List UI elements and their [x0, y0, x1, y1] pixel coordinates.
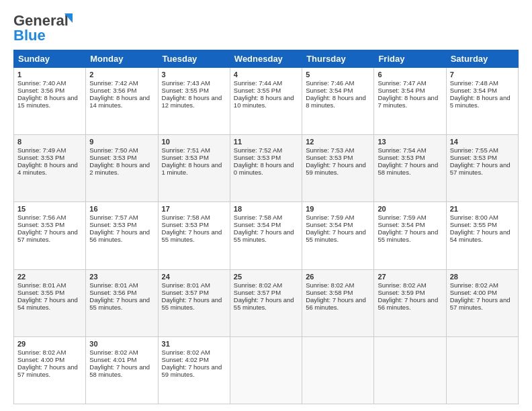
- sunset-text: Sunset: 3:53 PM: [89, 154, 136, 161]
- day-cell-14: 14Sunrise: 7:55 AMSunset: 3:53 PMDayligh…: [446, 135, 518, 202]
- day-number: 16: [89, 205, 154, 213]
- day-number: 6: [378, 71, 442, 79]
- calendar-table: SundayMondayTuesdayWednesdayThursdayFrid…: [13, 50, 519, 404]
- svg-text:Blue: Blue: [13, 27, 46, 43]
- sunset-text: Sunset: 3:54 PM: [234, 221, 281, 228]
- empty-cell: [446, 336, 518, 404]
- daylight-text: Daylight: 8 hours and 15 minutes.: [17, 94, 78, 109]
- sunset-text: Sunset: 3:54 PM: [306, 87, 353, 94]
- sunset-text: Sunset: 3:55 PM: [234, 87, 281, 94]
- sunrise-text: Sunrise: 8:02 AM: [450, 281, 498, 289]
- sunrise-text: Sunrise: 8:02 AM: [234, 281, 282, 289]
- sunset-text: Sunset: 3:53 PM: [162, 154, 209, 161]
- week-row-1: 1Sunrise: 7:40 AMSunset: 3:56 PMDaylight…: [14, 68, 519, 135]
- daylight-text: Daylight: 7 hours and 58 minutes.: [378, 161, 438, 176]
- daylight-text: Daylight: 8 hours and 1 minute.: [162, 161, 222, 176]
- day-number: 14: [450, 138, 515, 146]
- day-cell-6: 6Sunrise: 7:47 AMSunset: 3:54 PMDaylight…: [374, 68, 446, 135]
- daylight-text: Daylight: 8 hours and 14 minutes.: [89, 94, 150, 109]
- day-number: 31: [162, 340, 226, 348]
- sunset-text: Sunset: 3:58 PM: [306, 289, 353, 296]
- sunset-text: Sunset: 3:57 PM: [234, 289, 281, 296]
- daylight-text: Daylight: 8 hours and 7 minutes.: [378, 94, 438, 109]
- daylight-text: Daylight: 7 hours and 55 minutes.: [162, 296, 222, 311]
- daylight-text: Daylight: 7 hours and 59 minutes.: [306, 161, 366, 176]
- sunset-text: Sunset: 4:00 PM: [17, 356, 64, 363]
- day-cell-13: 13Sunrise: 7:54 AMSunset: 3:53 PMDayligh…: [374, 135, 446, 202]
- daylight-text: Daylight: 7 hours and 55 minutes.: [378, 228, 438, 243]
- sunrise-text: Sunrise: 7:53 AM: [306, 146, 354, 154]
- day-number: 25: [234, 273, 298, 281]
- day-cell-2: 2Sunrise: 7:42 AMSunset: 3:56 PMDaylight…: [86, 68, 158, 135]
- sunset-text: Sunset: 3:53 PM: [17, 154, 64, 161]
- daylight-text: Daylight: 7 hours and 57 minutes.: [17, 228, 78, 243]
- daylight-text: Daylight: 8 hours and 0 minutes.: [234, 161, 294, 176]
- sunset-text: Sunset: 3:56 PM: [17, 87, 64, 94]
- day-cell-21: 21Sunrise: 8:00 AMSunset: 3:55 PMDayligh…: [446, 202, 518, 269]
- day-number: 3: [162, 71, 226, 79]
- day-cell-16: 16Sunrise: 7:57 AMSunset: 3:53 PMDayligh…: [86, 202, 158, 269]
- day-number: 23: [89, 273, 154, 281]
- weekday-header-friday: Friday: [374, 50, 446, 68]
- sunrise-text: Sunrise: 7:42 AM: [89, 79, 138, 87]
- day-number: 28: [450, 273, 515, 281]
- sunset-text: Sunset: 3:56 PM: [89, 289, 136, 296]
- sunset-text: Sunset: 4:01 PM: [89, 356, 136, 363]
- sunset-text: Sunset: 3:53 PM: [306, 154, 353, 161]
- daylight-text: Daylight: 7 hours and 55 minutes.: [162, 228, 222, 243]
- day-number: 29: [17, 340, 82, 348]
- sunset-text: Sunset: 3:55 PM: [17, 289, 64, 296]
- sunrise-text: Sunrise: 8:01 AM: [89, 281, 138, 289]
- day-number: 4: [234, 71, 298, 79]
- sunset-text: Sunset: 3:53 PM: [89, 221, 136, 228]
- page: GeneralBlue SundayMondayTuesdayWednesday…: [0, 0, 532, 411]
- week-row-5: 29Sunrise: 8:02 AMSunset: 4:00 PMDayligh…: [14, 336, 519, 404]
- sunset-text: Sunset: 3:59 PM: [378, 289, 425, 296]
- day-cell-20: 20Sunrise: 7:59 AMSunset: 3:54 PMDayligh…: [374, 202, 446, 269]
- sunrise-text: Sunrise: 7:47 AM: [378, 79, 426, 87]
- weekday-header-thursday: Thursday: [302, 50, 374, 68]
- weekday-header-saturday: Saturday: [446, 50, 518, 68]
- sunset-text: Sunset: 3:55 PM: [162, 87, 209, 94]
- sunrise-text: Sunrise: 8:02 AM: [306, 281, 354, 289]
- daylight-text: Daylight: 8 hours and 10 minutes.: [234, 94, 294, 109]
- day-cell-1: 1Sunrise: 7:40 AMSunset: 3:56 PMDaylight…: [14, 68, 86, 135]
- sunrise-text: Sunrise: 8:02 AM: [378, 281, 426, 289]
- empty-cell: [230, 336, 302, 404]
- sunset-text: Sunset: 3:53 PM: [234, 154, 281, 161]
- day-cell-30: 30Sunrise: 8:02 AMSunset: 4:01 PMDayligh…: [86, 336, 158, 404]
- day-cell-29: 29Sunrise: 8:02 AMSunset: 4:00 PMDayligh…: [14, 336, 86, 404]
- week-row-2: 8Sunrise: 7:49 AMSunset: 3:53 PMDaylight…: [14, 135, 519, 202]
- daylight-text: Daylight: 7 hours and 55 minutes.: [234, 228, 294, 243]
- day-cell-7: 7Sunrise: 7:48 AMSunset: 3:54 PMDaylight…: [446, 68, 518, 135]
- daylight-text: Daylight: 7 hours and 55 minutes.: [234, 296, 294, 311]
- day-cell-22: 22Sunrise: 8:01 AMSunset: 3:55 PMDayligh…: [14, 269, 86, 336]
- day-number: 17: [162, 205, 226, 213]
- sunrise-text: Sunrise: 7:59 AM: [378, 214, 426, 221]
- day-number: 19: [306, 205, 370, 213]
- sunrise-text: Sunrise: 7:52 AM: [234, 146, 282, 154]
- day-cell-12: 12Sunrise: 7:53 AMSunset: 3:53 PMDayligh…: [302, 135, 374, 202]
- day-number: 26: [306, 273, 370, 281]
- daylight-text: Daylight: 8 hours and 2 minutes.: [89, 161, 150, 176]
- day-cell-31: 31Sunrise: 8:02 AMSunset: 4:02 PMDayligh…: [158, 336, 230, 404]
- sunrise-text: Sunrise: 8:02 AM: [162, 349, 210, 356]
- weekday-header-tuesday: Tuesday: [158, 50, 230, 68]
- sunset-text: Sunset: 3:53 PM: [17, 221, 64, 228]
- day-number: 1: [17, 71, 82, 79]
- sunrise-text: Sunrise: 8:00 AM: [450, 214, 498, 221]
- sunrise-text: Sunrise: 8:02 AM: [17, 349, 66, 356]
- weekday-header-row: SundayMondayTuesdayWednesdayThursdayFrid…: [14, 50, 519, 68]
- sunset-text: Sunset: 3:53 PM: [378, 154, 425, 161]
- sunset-text: Sunset: 3:54 PM: [306, 221, 353, 228]
- day-cell-3: 3Sunrise: 7:43 AMSunset: 3:55 PMDaylight…: [158, 68, 230, 135]
- sunrise-text: Sunrise: 7:50 AM: [89, 146, 138, 154]
- sunset-text: Sunset: 3:54 PM: [378, 87, 425, 94]
- day-cell-26: 26Sunrise: 8:02 AMSunset: 3:58 PMDayligh…: [302, 269, 374, 336]
- day-cell-15: 15Sunrise: 7:56 AMSunset: 3:53 PMDayligh…: [14, 202, 86, 269]
- sunrise-text: Sunrise: 7:48 AM: [450, 79, 498, 87]
- day-number: 13: [378, 138, 442, 146]
- sunset-text: Sunset: 3:57 PM: [162, 289, 209, 296]
- week-row-4: 22Sunrise: 8:01 AMSunset: 3:55 PMDayligh…: [14, 269, 519, 336]
- weekday-header-sunday: Sunday: [14, 50, 86, 68]
